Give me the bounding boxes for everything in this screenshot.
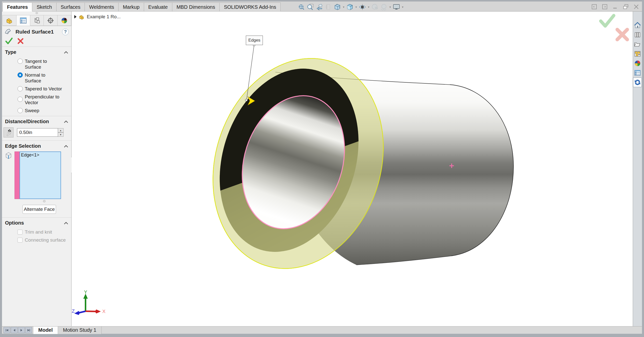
next-tab-icon[interactable] (18, 327, 25, 333)
close-icon[interactable] (633, 4, 639, 10)
radio-tangent-to-surface[interactable]: Tangent to Surface (18, 58, 71, 70)
alternate-face-button[interactable]: Alternate Face (23, 205, 56, 214)
view-settings-dropdown-icon[interactable]: ▾ (401, 3, 404, 11)
spinner-up-icon[interactable]: ▲ (58, 128, 64, 132)
collapse-chevron-icon[interactable] (64, 222, 68, 224)
confirm-cancel-icon[interactable] (617, 30, 627, 40)
checkbox-connecting-surface[interactable]: Connecting surface (18, 237, 71, 243)
distance-input[interactable] (17, 128, 58, 137)
type-section-title: Type (5, 49, 64, 55)
triad-z-axis (74, 311, 80, 315)
edit-appearance-icon[interactable] (371, 3, 379, 11)
last-tab-icon[interactable] (25, 327, 32, 333)
graphics-viewport[interactable]: Example 1 Ro... Edges Y X (72, 12, 633, 326)
radio-normal-to-surface[interactable]: Normal to Surface (18, 72, 71, 84)
featuremanager-tree-tab-icon[interactable] (3, 15, 17, 26)
cancel-button[interactable] (17, 38, 24, 45)
previous-tab-icon[interactable] (11, 327, 18, 333)
propertymanager-tab-icon[interactable] (17, 15, 30, 26)
main-area: Ruled Surface1 ? Type Tangent to Surface (2, 12, 642, 326)
section-view-icon[interactable] (324, 3, 333, 11)
flyout-tree-expand-icon[interactable] (74, 15, 77, 19)
solidworks-resources-icon[interactable] (633, 78, 642, 87)
restore-icon[interactable] (622, 4, 629, 10)
selection-color-stripe (15, 151, 20, 199)
collapse-chevron-icon[interactable] (64, 120, 68, 123)
tab-navigation-buttons (4, 327, 32, 333)
view-settings-icon[interactable] (392, 3, 401, 11)
home-icon[interactable] (633, 21, 642, 30)
checkbox-trim-and-knit[interactable]: Trim and knit (18, 229, 71, 235)
orientation-triad: Y X Z (72, 288, 109, 320)
checkbox-box[interactable] (18, 230, 23, 235)
tab-model[interactable]: Model (33, 326, 58, 334)
radio-perpendicular-to-vector[interactable]: Perpendicular to Vector (18, 94, 71, 105)
apply-scene-dropdown-icon[interactable]: ▾ (389, 3, 392, 11)
configurationmanager-tab-icon[interactable] (30, 15, 44, 26)
options-section: Options Trim and knit Connecting surface (2, 218, 71, 245)
radio-circle-selected[interactable] (18, 72, 23, 78)
model-tabs-bar: Model Motion Study 1 (2, 326, 642, 334)
previous-view-icon[interactable] (315, 3, 324, 11)
radio-circle[interactable] (18, 97, 23, 102)
tab-solidworks-add-ins[interactable]: SOLIDWORKS Add-Ins (220, 3, 281, 12)
collapse-chevron-icon[interactable] (64, 51, 68, 54)
minimize-icon[interactable] (612, 4, 618, 10)
radio-circle[interactable] (18, 59, 23, 64)
triad-x-axis (95, 309, 101, 313)
checkbox-box[interactable] (18, 238, 23, 243)
triad-y-label: Y (84, 289, 87, 295)
tab-mbd-dimensions[interactable]: MBD Dimensions (172, 3, 220, 12)
model-canvas[interactable] (72, 12, 633, 326)
view-orientation-dropdown-icon[interactable]: ▾ (342, 3, 345, 11)
hide-show-dropdown-icon[interactable]: ▾ (367, 3, 370, 11)
dimxpertmanager-tab-icon[interactable] (44, 15, 58, 26)
tab-sketch[interactable]: Sketch (32, 3, 56, 12)
radio-sweep[interactable]: Sweep (18, 108, 71, 113)
zoom-to-area-icon[interactable] (306, 3, 315, 11)
tab-markup[interactable]: Markup (119, 3, 144, 12)
view-orientation-icon[interactable] (333, 3, 342, 11)
edge-selection-list[interactable]: Edge<1> (20, 151, 61, 199)
list-resize-grip[interactable] (24, 200, 65, 202)
view-palette-icon[interactable] (633, 49, 642, 59)
edge-list-item[interactable]: Edge<1> (21, 152, 60, 158)
radio-circle[interactable] (18, 86, 23, 91)
display-style-dropdown-icon[interactable]: ▾ (355, 3, 358, 11)
document-name[interactable]: Example 1 Ro... (87, 14, 121, 20)
confirm-ok-icon[interactable] (601, 16, 614, 26)
application-window: Features Sketch Surfaces Weldments Marku… (0, 0, 644, 337)
collapse-left-pane-icon[interactable] (591, 4, 597, 10)
panel-top-grip[interactable] (2, 12, 71, 15)
tab-surfaces[interactable]: Surfaces (57, 3, 85, 12)
zoom-to-fit-icon[interactable] (297, 3, 306, 11)
task-pane-bar (633, 12, 642, 326)
file-explorer-icon[interactable] (633, 40, 642, 49)
collapse-right-pane-icon[interactable] (601, 4, 608, 10)
design-library-icon[interactable] (633, 30, 642, 40)
distance-icon (4, 127, 14, 137)
display-style-icon[interactable] (346, 3, 354, 11)
hide-show-items-icon[interactable] (358, 3, 367, 11)
tab-weldments[interactable]: Weldments (85, 3, 119, 12)
tab-evaluate[interactable]: Evaluate (144, 3, 172, 12)
help-icon[interactable]: ? (62, 29, 69, 35)
displaymanager-tab-icon[interactable] (58, 15, 71, 26)
edges-callout: Edges (246, 36, 263, 45)
radio-tapered-to-vector[interactable]: Tapered to Vector (18, 86, 71, 92)
ok-button[interactable] (5, 38, 13, 45)
spinner-down-icon[interactable]: ▼ (58, 132, 64, 137)
distance-section-title: Distance/Direction (5, 119, 64, 124)
first-tab-icon[interactable] (4, 327, 10, 333)
options-title: Options (5, 220, 64, 226)
custom-properties-icon[interactable] (633, 68, 642, 78)
tab-features[interactable]: Features (3, 3, 32, 12)
edge-selection-section: Edge Selection Edge<1> Alternate Face (2, 141, 71, 218)
appearances-scenes-icon[interactable] (633, 59, 642, 68)
apply-scene-icon[interactable] (380, 3, 388, 11)
breadcrumb: Example 1 Ro... (74, 14, 121, 20)
radio-circle[interactable] (18, 108, 23, 113)
triad-x-label: X (102, 309, 106, 314)
tab-motion-study-1[interactable]: Motion Study 1 (58, 326, 102, 334)
collapse-chevron-icon[interactable] (64, 145, 68, 147)
